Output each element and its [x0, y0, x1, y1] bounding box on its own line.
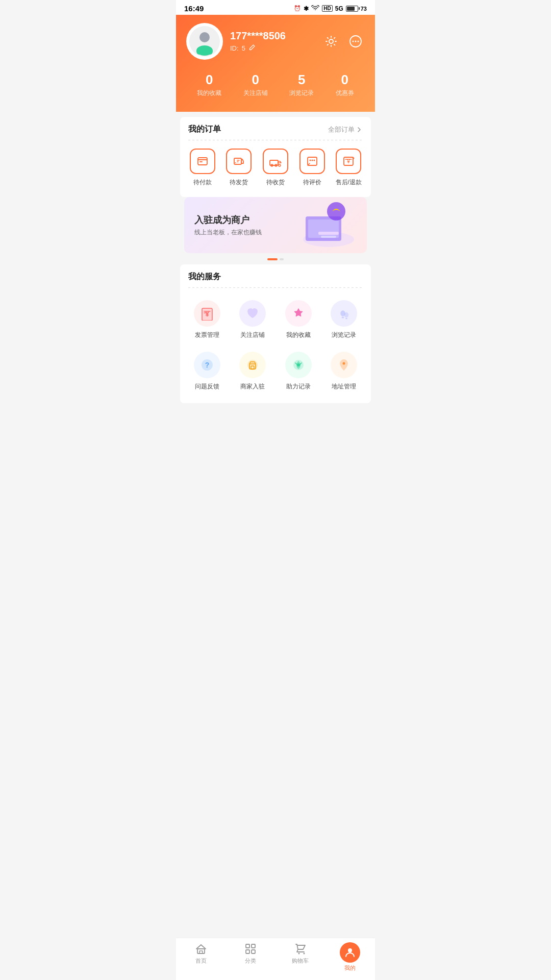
services-card: 我的服务 ¥ 发票管理	[180, 264, 371, 403]
service-feedback[interactable]: ? 问题反馈	[184, 348, 230, 399]
svg-rect-23	[308, 219, 339, 238]
svg-rect-3	[196, 48, 213, 55]
service-boost[interactable]: 助力记录	[276, 348, 321, 399]
svg-point-4	[329, 39, 333, 43]
hd-badge: HD	[322, 5, 332, 12]
svg-point-31	[342, 317, 344, 318]
service-invoice[interactable]: ¥ 发票管理	[184, 296, 230, 348]
settings-button[interactable]	[322, 32, 340, 51]
more-button[interactable]	[346, 32, 365, 51]
svg-point-36	[247, 360, 258, 370]
status-icons: ⏰ ✱ HD 5G 73	[294, 5, 367, 12]
wifi-icon	[311, 5, 319, 12]
battery-percent: 73	[361, 6, 367, 12]
dot-inactive	[280, 258, 284, 260]
stat-followed-shops[interactable]: 0 关注店铺	[243, 72, 268, 97]
avatar[interactable]	[186, 23, 223, 60]
battery-indicator	[346, 6, 358, 12]
svg-point-17	[311, 160, 313, 161]
service-address[interactable]: 地址管理	[321, 348, 367, 399]
service-follow-shop[interactable]: 关注店铺	[230, 296, 276, 348]
banner-dots	[180, 258, 371, 264]
dot-active	[267, 258, 278, 260]
svg-point-41	[343, 362, 345, 365]
svg-point-14	[279, 164, 281, 166]
svg-point-18	[313, 160, 315, 161]
orders-card: 我的订单 全部订单 待付款	[180, 117, 371, 197]
order-icons-row: 待付款 待发货	[180, 140, 371, 197]
main-content: 我的订单 全部订单 待付款	[176, 117, 375, 449]
bluetooth-icon: ✱	[304, 5, 309, 12]
svg-point-24	[327, 202, 345, 220]
svg-rect-26	[321, 236, 336, 238]
id-value: 5	[242, 44, 245, 52]
svg-point-40	[297, 363, 300, 366]
profile-header: 177****8506 ID: 5	[176, 15, 375, 112]
service-my-collections[interactable]: 我的收藏	[276, 296, 321, 348]
order-pending-payment[interactable]: 待付款	[184, 149, 221, 187]
stats-row: 0 我的收藏 0 关注店铺 5 浏览记录 0 优惠券	[186, 72, 365, 97]
edit-icon[interactable]	[248, 44, 256, 53]
svg-point-6	[353, 41, 354, 42]
signal-icon: 5G	[335, 5, 343, 12]
service-merchant[interactable]: 商家入驻	[230, 348, 276, 399]
orders-title: 我的订单	[188, 124, 221, 135]
order-pending-receive[interactable]: 待收货	[257, 149, 294, 187]
svg-text:?: ?	[205, 361, 209, 369]
alarm-icon: ⏰	[294, 5, 301, 12]
order-pending-review[interactable]: 待评价	[294, 149, 331, 187]
svg-rect-9	[198, 158, 207, 165]
order-aftersale[interactable]: ¥ 售后/退款	[330, 149, 367, 187]
order-pending-ship[interactable]: 待发货	[221, 149, 258, 187]
stat-collections[interactable]: 0 我的收藏	[197, 72, 221, 97]
svg-rect-25	[318, 232, 339, 235]
svg-point-7	[355, 41, 357, 42]
id-label: ID:	[230, 44, 239, 52]
stat-browse-history[interactable]: 5 浏览记录	[289, 72, 314, 97]
merchant-banner[interactable]: 入驻成为商户 线上当老板，在家也赚钱	[184, 197, 367, 253]
svg-point-16	[309, 160, 311, 161]
banner-container: 入驻成为商户 线上当老板，在家也赚钱	[180, 197, 371, 264]
stat-coupons[interactable]: 0 优惠券	[336, 72, 354, 97]
svg-point-33	[345, 318, 347, 319]
svg-point-8	[358, 41, 359, 42]
svg-point-30	[341, 311, 345, 316]
banner-decoration	[290, 201, 357, 249]
svg-rect-10	[234, 158, 241, 164]
services-title: 我的服务	[188, 272, 221, 282]
svg-point-32	[345, 313, 348, 317]
phone-number: 177****8506	[230, 30, 286, 42]
services-grid: ¥ 发票管理 关注店铺	[180, 288, 371, 403]
status-time: 16:49	[184, 4, 204, 13]
status-bar: 16:49 ⏰ ✱ HD 5G 73	[176, 0, 375, 15]
service-browse-history[interactable]: 浏览记录	[321, 296, 367, 348]
all-orders-link[interactable]: 全部订单	[328, 125, 363, 134]
svg-point-1	[199, 32, 210, 42]
